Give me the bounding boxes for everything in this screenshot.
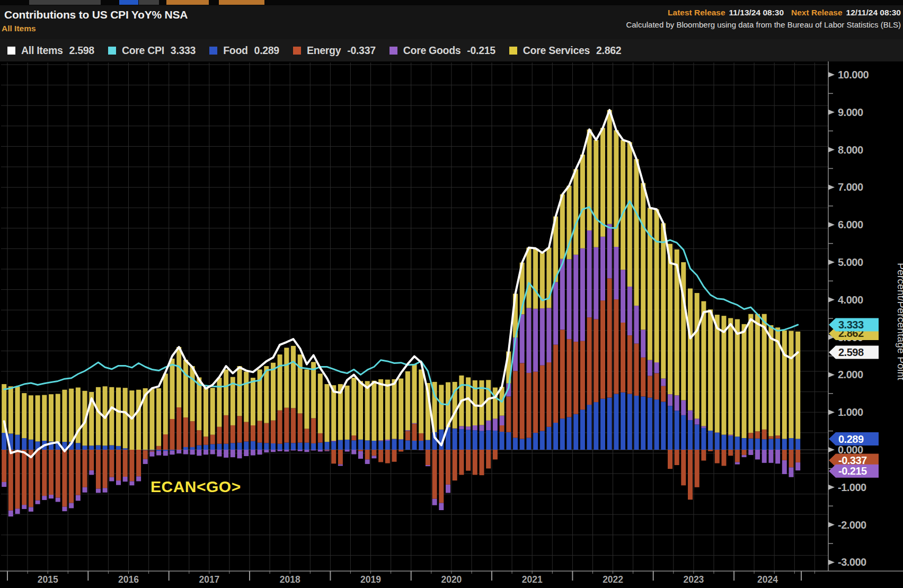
bar-core-goods[interactable] <box>768 450 773 463</box>
bar-core-goods[interactable] <box>156 451 161 456</box>
bar-core-services[interactable] <box>170 359 175 419</box>
bar-core-goods[interactable] <box>365 459 370 464</box>
bar-core-goods[interactable] <box>412 423 417 424</box>
bar-food[interactable] <box>762 439 767 450</box>
bar-food[interactable] <box>378 441 383 450</box>
bar-energy[interactable] <box>210 435 215 444</box>
bar-core-services[interactable] <box>722 316 727 434</box>
bar-energy[interactable] <box>96 450 101 489</box>
bar-core-goods[interactable] <box>486 421 491 430</box>
bar-food[interactable] <box>76 443 81 450</box>
bar-core-services[interactable] <box>385 380 390 440</box>
bar-energy[interactable] <box>385 450 390 464</box>
bar-core-goods[interactable] <box>580 248 585 341</box>
bar-food[interactable] <box>695 425 700 450</box>
legend-item-food[interactable]: Food0.289 <box>209 44 279 57</box>
bar-food[interactable] <box>728 436 733 450</box>
bar-core-services[interactable] <box>298 354 303 413</box>
bar-core-services[interactable] <box>15 387 20 435</box>
bar-energy[interactable] <box>22 450 26 505</box>
bar-core-goods[interactable] <box>755 450 760 459</box>
bar-core-services[interactable] <box>661 223 666 378</box>
bar-core-goods[interactable] <box>641 329 645 357</box>
bar-energy[interactable] <box>621 323 625 393</box>
legend-item-core-goods[interactable]: Core Goods-0.215 <box>389 44 495 57</box>
bar-core-goods[interactable] <box>129 482 134 486</box>
bar-energy[interactable] <box>715 450 720 464</box>
bar-food[interactable] <box>278 444 282 450</box>
bar-core-services[interactable] <box>795 332 800 439</box>
bar-food[interactable] <box>399 440 403 450</box>
bar-food[interactable] <box>567 417 572 450</box>
bar-food[interactable] <box>89 446 94 450</box>
bar-core-goods[interactable] <box>318 450 323 452</box>
bar-core-services[interactable] <box>587 129 592 230</box>
bar-core-goods[interactable] <box>298 450 303 451</box>
bar-energy[interactable] <box>446 450 450 485</box>
bar-core-services[interactable] <box>358 381 363 439</box>
bar-core-services[interactable] <box>768 325 773 436</box>
bar-energy[interactable] <box>89 450 94 470</box>
bar-food[interactable] <box>123 448 128 450</box>
bar-core-services[interactable] <box>695 293 700 418</box>
bar-core-services[interactable] <box>654 209 659 362</box>
bar-core-services[interactable] <box>748 314 753 433</box>
bar-food[interactable] <box>627 394 632 450</box>
bar-food[interactable] <box>493 431 498 450</box>
bar-energy[interactable] <box>271 421 276 443</box>
bar-food[interactable] <box>480 431 484 450</box>
bar-core-goods[interactable] <box>446 485 450 493</box>
bar-core-services[interactable] <box>264 366 269 423</box>
bar-food[interactable] <box>506 432 511 450</box>
bar-core-goods[interactable] <box>762 450 767 463</box>
bar-core-services[interactable] <box>116 388 121 446</box>
bar-food[interactable] <box>715 433 720 450</box>
bar-core-services[interactable] <box>701 301 706 426</box>
bar-energy[interactable] <box>304 429 309 442</box>
bar-core-services[interactable] <box>304 370 309 429</box>
bar-core-services[interactable] <box>176 347 181 407</box>
bar-energy[interactable] <box>183 417 188 447</box>
bar-core-goods[interactable] <box>493 418 498 431</box>
bar-core-goods[interactable] <box>378 440 383 441</box>
bar-energy[interactable] <box>486 450 491 468</box>
bar-core-goods[interactable] <box>251 450 255 456</box>
bar-food[interactable] <box>338 440 343 450</box>
bar-food[interactable] <box>782 439 787 450</box>
bar-core-goods[interactable] <box>742 455 747 457</box>
bar-food[interactable] <box>83 446 87 450</box>
bar-food[interactable] <box>600 399 605 450</box>
bar-energy[interactable] <box>311 418 316 443</box>
bar-core-services[interactable] <box>708 309 713 431</box>
bar-core-services[interactable] <box>715 315 720 432</box>
bar-food[interactable] <box>533 433 538 450</box>
bar-energy[interactable] <box>378 450 383 462</box>
bar-core-services[interactable] <box>735 319 740 437</box>
bar-energy[interactable] <box>748 433 753 439</box>
bar-energy[interactable] <box>284 408 289 443</box>
bar-core-goods[interactable] <box>540 308 545 366</box>
bar-core-goods[interactable] <box>331 441 336 441</box>
bar-energy[interactable] <box>399 450 403 452</box>
bar-energy[interactable] <box>506 397 511 432</box>
bar-energy[interactable] <box>795 450 800 462</box>
bar-energy[interactable] <box>722 450 727 466</box>
bar-core-goods[interactable] <box>351 450 356 455</box>
bar-energy[interactable] <box>520 363 525 439</box>
bar-core-services[interactable] <box>533 248 538 309</box>
bar-core-goods[interactable] <box>715 432 720 433</box>
bar-food[interactable] <box>170 450 175 450</box>
bar-core-goods[interactable] <box>76 495 81 501</box>
bar-energy[interactable] <box>156 446 161 450</box>
bar-food[interactable] <box>284 443 289 450</box>
bar-food[interactable] <box>29 440 33 450</box>
bar-core-services[interactable] <box>331 385 336 441</box>
legend-item-energy[interactable]: Energy-0.337 <box>293 44 376 57</box>
bar-core-services[interactable] <box>634 159 639 306</box>
bar-energy[interactable] <box>217 427 222 444</box>
bar-energy[interactable] <box>129 450 134 482</box>
bar-core-goods[interactable] <box>258 450 262 455</box>
bar-food[interactable] <box>325 442 330 450</box>
bar-core-services[interactable] <box>419 370 423 433</box>
bar-energy[interactable] <box>264 423 269 443</box>
